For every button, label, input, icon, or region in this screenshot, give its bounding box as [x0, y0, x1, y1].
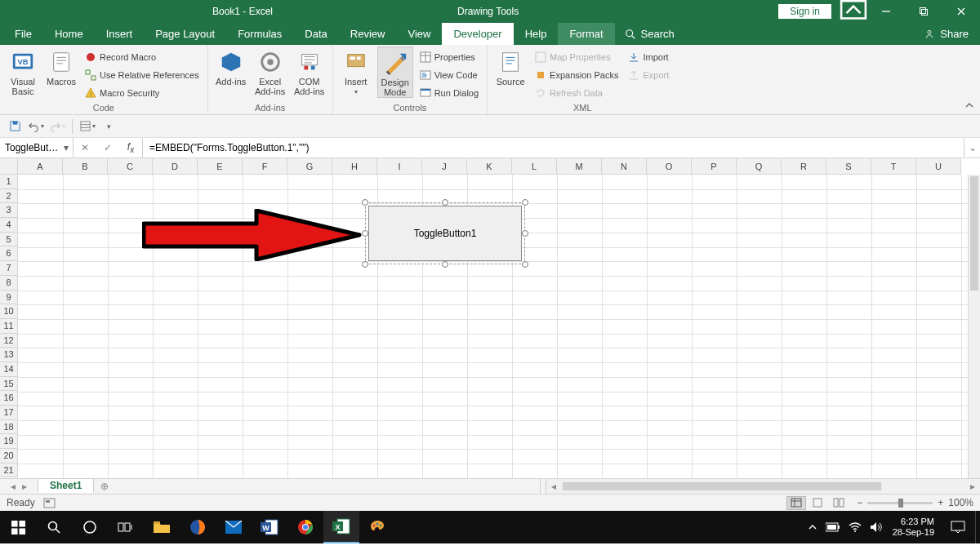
design-mode-button[interactable]: Design Mode — [377, 47, 413, 98]
column-header[interactable]: N — [602, 158, 647, 175]
start-button[interactable] — [0, 511, 36, 543]
enter-formula-button[interactable]: ✓ — [96, 142, 119, 153]
qat-customize-button[interactable]: ▾ — [100, 118, 117, 135]
zoom-slider[interactable] — [867, 502, 933, 504]
name-box[interactable]: ▾ — [0, 138, 74, 157]
taskbar-app-mail[interactable] — [216, 511, 252, 543]
tab-view[interactable]: View — [396, 23, 442, 45]
insert-function-button[interactable]: fx — [119, 141, 142, 154]
volume-icon[interactable] — [870, 521, 883, 533]
resize-handle-sw[interactable] — [362, 261, 368, 268]
column-header[interactable]: L — [512, 158, 557, 175]
worksheet-grid[interactable]: ABCDEFGHIJKLMNOPQRSTU 123456789101112131… — [0, 158, 980, 478]
taskbar-app-firefox[interactable] — [180, 511, 216, 543]
row-header[interactable]: 20 — [0, 449, 18, 464]
xml-import-button[interactable]: Import — [625, 49, 672, 65]
taskbar-clock[interactable]: 6:23 PM 28-Sep-19 — [886, 517, 941, 538]
row-header[interactable]: 19 — [0, 434, 18, 449]
macro-security-button[interactable]: !Macro Security — [82, 85, 203, 101]
name-box-dropdown[interactable]: ▾ — [59, 142, 73, 153]
insert-control-button[interactable]: Insert ▾ — [338, 47, 374, 96]
expand-formula-bar-button[interactable]: ⌄ — [964, 138, 980, 157]
close-button[interactable] — [942, 0, 980, 23]
scrollbar-thumb[interactable] — [563, 482, 881, 490]
resize-handle-ne[interactable] — [522, 199, 528, 206]
tab-format[interactable]: Format — [558, 23, 614, 45]
undo-button[interactable]: ▾ — [28, 118, 44, 135]
addins-button[interactable]: Add-ins — [213, 47, 249, 86]
name-box-input[interactable] — [0, 142, 59, 153]
use-relative-references-button[interactable]: Use Relative References — [82, 67, 203, 83]
column-header[interactable]: P — [692, 158, 737, 175]
tab-formulas[interactable]: Formulas — [226, 23, 293, 45]
tab-page-layout[interactable]: Page Layout — [144, 23, 226, 45]
resize-handle-e[interactable] — [522, 230, 528, 237]
record-macro-button[interactable]: Record Macro — [82, 49, 203, 65]
page-layout-view-button[interactable] — [808, 496, 827, 510]
row-header[interactable]: 10 — [0, 304, 18, 319]
tab-scroll-splitter[interactable] — [540, 479, 546, 494]
column-header[interactable]: O — [647, 158, 692, 175]
taskbar-app-chrome[interactable] — [287, 511, 323, 543]
column-header[interactable]: C — [108, 158, 153, 175]
redo-button[interactable]: ▾ — [49, 118, 65, 135]
collapse-ribbon-button[interactable] — [964, 100, 975, 111]
zoom-level[interactable]: 100% — [948, 497, 973, 508]
row-header[interactable]: 2 — [0, 189, 18, 204]
normal-view-button[interactable] — [786, 496, 806, 510]
taskbar-app-file-explorer[interactable] — [144, 511, 180, 543]
expansion-packs-button[interactable]: Expansion Packs — [532, 67, 621, 83]
ribbon-display-options-icon[interactable] — [840, 0, 867, 25]
row-header[interactable]: 7 — [0, 261, 18, 276]
row-header[interactable]: 5 — [0, 233, 18, 247]
row-header[interactable]: 18 — [0, 420, 18, 435]
wifi-icon[interactable] — [849, 521, 862, 533]
zoom-out-button[interactable]: − — [857, 497, 862, 508]
column-header[interactable]: U — [916, 158, 961, 175]
horizontal-scrollbar[interactable]: ◂ ▸ — [546, 479, 980, 494]
tab-developer[interactable]: Developer — [442, 23, 513, 45]
tab-insert[interactable]: Insert — [95, 23, 145, 45]
resize-handle-nw[interactable] — [362, 199, 368, 206]
column-header[interactable]: Q — [737, 158, 782, 175]
row-header[interactable]: 16 — [0, 391, 18, 406]
tab-help[interactable]: Help — [514, 23, 559, 45]
row-header[interactable]: 11 — [0, 319, 18, 334]
column-header[interactable]: S — [826, 158, 871, 175]
tab-data[interactable]: Data — [293, 23, 338, 45]
scrollbar-thumb[interactable] — [970, 176, 978, 291]
cancel-formula-button[interactable]: ✕ — [74, 142, 96, 153]
maximize-button[interactable] — [905, 0, 942, 23]
row-header[interactable]: 8 — [0, 276, 18, 291]
column-header[interactable]: J — [422, 158, 467, 175]
row-header[interactable]: 1 — [0, 175, 18, 189]
column-header[interactable]: I — [377, 158, 422, 175]
minimize-button[interactable] — [867, 0, 905, 23]
row-header[interactable]: 12 — [0, 334, 18, 348]
view-code-button[interactable]: View Code — [416, 67, 482, 83]
vertical-scrollbar[interactable] — [968, 175, 980, 478]
zoom-in-button[interactable]: + — [938, 497, 943, 508]
row-header[interactable]: 3 — [0, 203, 18, 218]
macro-recording-icon[interactable] — [43, 498, 56, 508]
excel-addins-button[interactable]: Excel Add-ins — [252, 47, 288, 96]
tray-overflow-button[interactable] — [808, 522, 817, 532]
cortana-button[interactable] — [72, 511, 108, 543]
save-button[interactable] — [7, 118, 23, 135]
action-center-button[interactable] — [941, 511, 975, 543]
resize-handle-se[interactable] — [522, 261, 528, 268]
column-header[interactable]: B — [63, 158, 108, 175]
column-header[interactable]: D — [153, 158, 198, 175]
hscroll-left[interactable]: ◂ — [546, 481, 561, 492]
task-view-button[interactable] — [108, 511, 144, 543]
toggle-button-control[interactable]: ToggleButton1 — [368, 206, 522, 261]
xml-source-button[interactable]: Source — [492, 47, 528, 86]
tab-file[interactable]: File — [3, 23, 43, 45]
run-dialog-button[interactable]: Run Dialog — [416, 85, 482, 101]
column-header[interactable]: E — [198, 158, 243, 175]
com-addins-button[interactable]: COM Add-ins — [292, 47, 327, 96]
select-all-button[interactable] — [0, 158, 18, 175]
page-break-view-button[interactable] — [829, 496, 849, 510]
column-header[interactable]: R — [782, 158, 826, 175]
sign-in-button[interactable]: Sign in — [778, 4, 831, 19]
